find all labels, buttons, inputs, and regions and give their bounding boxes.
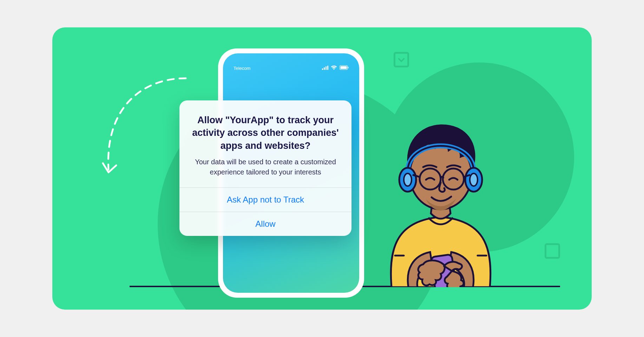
prompt-message: Your data will be used to create a custo… xyxy=(191,157,340,177)
illustration-canvas: Telecom Allow "YourApp" to track your ac… xyxy=(52,27,592,310)
svg-rect-3 xyxy=(327,66,328,70)
dashed-arrow-icon xyxy=(98,75,189,180)
prompt-title: Allow "YourApp" to track your activity a… xyxy=(191,114,340,152)
svg-point-14 xyxy=(470,173,478,186)
prompt-body: Allow "YourApp" to track your activity a… xyxy=(179,100,351,187)
svg-rect-1 xyxy=(324,67,325,70)
svg-rect-6 xyxy=(348,67,349,68)
person-with-phone-illustration xyxy=(370,105,511,287)
svg-rect-5 xyxy=(341,66,347,69)
allow-button[interactable]: Allow xyxy=(179,212,351,236)
ask-not-to-track-button[interactable]: Ask App not to Track xyxy=(179,187,351,212)
signal-icon xyxy=(322,66,328,71)
decorative-checkbox-icon xyxy=(394,52,409,67)
carrier-label: Telecom xyxy=(234,66,250,71)
wifi-icon xyxy=(331,65,337,71)
phone-status-bar: Telecom xyxy=(223,65,359,71)
svg-rect-0 xyxy=(322,68,323,70)
svg-point-12 xyxy=(404,173,412,186)
svg-rect-2 xyxy=(326,66,327,70)
battery-icon xyxy=(340,65,349,71)
tracking-permission-prompt: Allow "YourApp" to track your activity a… xyxy=(179,100,351,236)
decorative-square-icon xyxy=(545,243,560,259)
